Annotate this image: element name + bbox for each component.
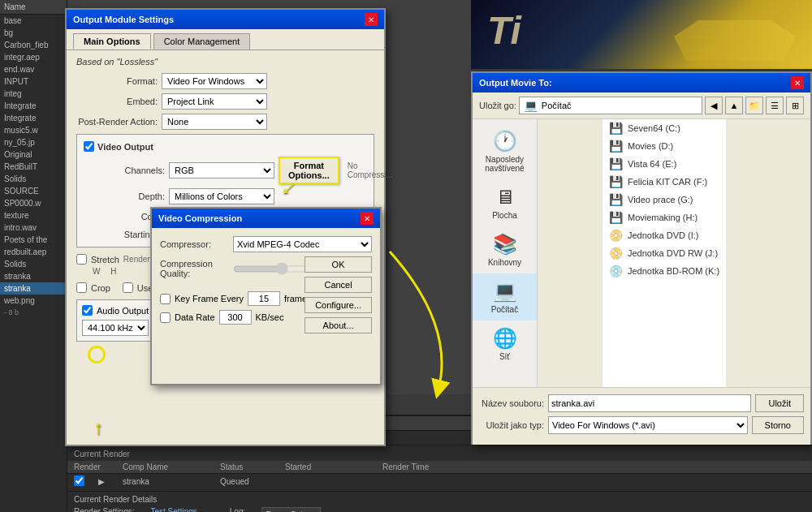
audio-output-label: Audio Output xyxy=(97,306,149,316)
network-icon: 🌐 xyxy=(493,327,517,350)
key-frame-input[interactable] xyxy=(248,291,280,306)
vc-ok-button[interactable]: OK xyxy=(304,256,372,273)
data-rate-checkbox[interactable] xyxy=(160,312,171,323)
video-output-label: Video Output xyxy=(97,142,153,152)
annotation-circle-audio xyxy=(88,346,106,364)
shortcut-network[interactable]: 🌐 Síť xyxy=(473,321,537,368)
left-panel-item[interactable]: web.png xyxy=(0,295,67,307)
audio-output-checkbox[interactable] xyxy=(82,305,93,316)
file-item-e[interactable]: 💾 Vista 64 (E:) xyxy=(603,155,726,173)
stretch-checkbox[interactable] xyxy=(76,254,87,265)
dialog-output-module-titlebar: Output Module Settings ✕ xyxy=(67,10,384,29)
left-panel-item[interactable]: integ xyxy=(0,88,67,100)
left-panel-item[interactable]: intro.wav xyxy=(0,222,67,234)
data-rate-input[interactable] xyxy=(219,310,252,325)
shortcut-recently-visited[interactable]: 🕐 Naposledy navštívené xyxy=(473,123,537,179)
output-movie-close[interactable]: ✕ xyxy=(791,76,804,89)
embed-label: Embed: xyxy=(76,97,158,106)
col-status: Status xyxy=(220,463,285,471)
shortcut-desktop[interactable]: 🖥 Plocha xyxy=(473,179,537,226)
omt-toolbar: Uložit go: 💻 Počítač ◀ ▲ 📁 ☰ ⊞ xyxy=(473,93,810,119)
left-panel-item[interactable]: redbuilt.aep xyxy=(0,246,67,258)
left-panel-item[interactable]: stranka xyxy=(0,270,67,282)
vc-cancel-button[interactable]: Cancel xyxy=(304,277,372,293)
file-item-f[interactable]: 💾 Felicia KIT CAR (F:) xyxy=(603,173,726,191)
shortcut-computer[interactable]: 💻 Počítač xyxy=(473,273,537,321)
left-panel-item[interactable]: Integrate xyxy=(0,100,67,112)
file-item-g[interactable]: 💾 Video prace (G:) xyxy=(603,191,726,209)
left-panel-item[interactable]: INPUT xyxy=(0,75,67,88)
channels-select[interactable]: RGB xyxy=(169,162,274,179)
file-item-c[interactable]: 💾 Seven64 (C:) xyxy=(603,119,726,137)
left-panel-item[interactable]: texture xyxy=(0,209,67,222)
drive-d-label: Movies (D:) xyxy=(628,141,673,151)
key-frame-checkbox[interactable] xyxy=(160,294,171,304)
format-options-button[interactable]: Format Options... xyxy=(279,157,339,184)
render-row-checkbox[interactable] xyxy=(74,475,84,486)
format-select[interactable]: Video For Windows xyxy=(162,73,267,89)
filename-row: Název souboru: Uložit xyxy=(479,394,804,412)
use-region-checkbox[interactable] xyxy=(123,282,133,293)
omt-cancel-button[interactable]: Storno xyxy=(752,416,804,434)
left-panel-item[interactable]: Integrate xyxy=(0,112,67,124)
post-render-select[interactable]: None xyxy=(162,114,267,130)
quality-label: Compression Quality: xyxy=(160,259,233,278)
omt-nav-back[interactable]: ◀ xyxy=(705,97,723,114)
left-panel-item-selected[interactable]: stranka xyxy=(0,282,67,295)
embed-select[interactable]: Project Link xyxy=(162,93,267,110)
drive-g-label: Video prace (G:) xyxy=(628,195,693,204)
left-panel-item[interactable]: ny_05.jp xyxy=(0,136,67,148)
compressor-label: Compressor: xyxy=(160,239,233,249)
omt-view-details[interactable]: ⊞ xyxy=(786,97,804,114)
file-item-j[interactable]: 📀 Jednotka DVD RW (J:) xyxy=(603,244,726,262)
col-started: Started xyxy=(285,463,382,471)
omt-content-area: 🕐 Naposledy navštívené 🖥 Plocha 📚 Knihov… xyxy=(473,119,810,387)
drive-g-icon: 💾 xyxy=(609,193,623,206)
video-output-checkbox[interactable] xyxy=(84,141,94,152)
left-panel-item[interactable]: Poets of the xyxy=(0,234,67,246)
omt-new-folder[interactable]: 📁 xyxy=(745,97,763,114)
vc-configure-button[interactable]: Configure... xyxy=(304,297,372,313)
render-settings-value[interactable]: Test Settings xyxy=(151,507,197,512)
key-frame-label: Key Frame Every xyxy=(175,294,244,303)
crop-checkbox[interactable] xyxy=(76,282,87,293)
dialog-output-module-close[interactable]: ✕ xyxy=(365,13,378,26)
omt-view-toggle[interactable]: ☰ xyxy=(766,97,784,114)
left-panel: Name base bg Carbon_fieb integr.aep end.… xyxy=(0,0,67,512)
shortcut-libraries[interactable]: 📚 Knihovny xyxy=(473,226,537,273)
left-panel-item[interactable]: Carbon_fieb xyxy=(0,39,67,51)
log-select[interactable]: Errors Only xyxy=(261,507,321,512)
audio-rate-select[interactable]: 44.100 kHz xyxy=(82,320,149,336)
file-item-k[interactable]: 💿 Jednotka BD-ROM (K:) xyxy=(603,262,726,280)
video-compression-titlebar: Video Compression ✕ xyxy=(152,209,380,228)
left-panel-item[interactable]: Solids xyxy=(0,258,67,270)
left-panel-item[interactable]: end.wav xyxy=(0,63,67,75)
compressor-select[interactable]: Xvid MPEG-4 Codec xyxy=(233,236,372,252)
video-output-header: Video Output xyxy=(84,141,367,152)
drive-k-label: Jednotka BD-ROM (K:) xyxy=(628,266,719,276)
left-panel-item[interactable]: bg xyxy=(0,27,67,39)
no-compression-label: No Compressi... xyxy=(348,161,393,179)
file-item-d[interactable]: 💾 Movies (D:) xyxy=(603,137,726,155)
filename-input[interactable] xyxy=(548,394,751,412)
vc-about-button[interactable]: About... xyxy=(304,317,372,333)
left-panel-item[interactable]: SP0000.w xyxy=(0,197,67,209)
left-panel-item[interactable]: integr.aep xyxy=(0,51,67,63)
output-movie-title: Output Movie To: xyxy=(479,78,552,88)
omt-save-button[interactable]: Uložit xyxy=(755,394,804,412)
left-panel-item[interactable]: base xyxy=(0,15,67,27)
left-panel-item[interactable]: SOURCE xyxy=(0,185,67,197)
video-compression-close[interactable]: ✕ xyxy=(361,212,374,225)
left-panel-item[interactable]: music5.w xyxy=(0,124,67,136)
file-item-h[interactable]: 💾 Moviemaking (H:) xyxy=(603,209,726,226)
tab-main-options[interactable]: Main Options xyxy=(73,33,151,49)
file-item-i[interactable]: 📀 Jednotka DVD (I:) xyxy=(603,226,726,244)
drive-i-icon: 📀 xyxy=(609,229,623,242)
tab-color-management[interactable]: Color Management xyxy=(153,33,251,49)
left-panel-item[interactable]: Solids xyxy=(0,173,67,185)
left-panel-item[interactable]: Original xyxy=(0,148,67,161)
left-panel-item[interactable]: RedBuilT xyxy=(0,161,67,173)
omt-nav-up[interactable]: ▲ xyxy=(725,97,743,114)
depth-select[interactable]: Millions of Colors xyxy=(169,188,274,204)
filetype-select[interactable]: Video For Windows (*.avi) xyxy=(548,416,748,434)
